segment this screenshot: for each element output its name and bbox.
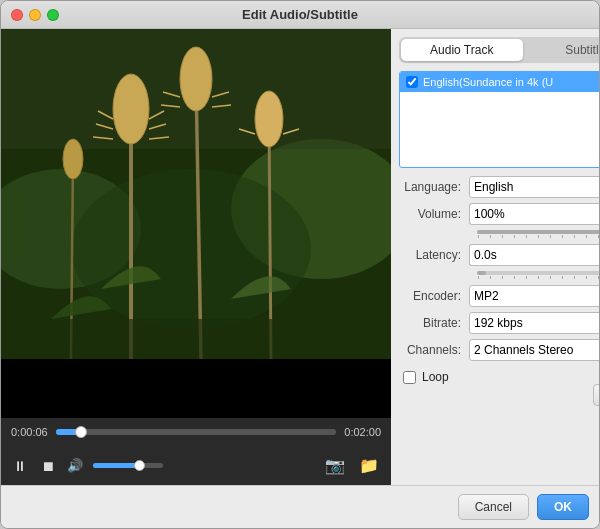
pause-icon: ⏸ — [13, 458, 27, 474]
current-time: 0:00:06 — [11, 426, 48, 438]
channels-select[interactable]: 2 Channels Stereo 1 Channel Mono 5.1 Cha… — [469, 339, 599, 361]
encoder-select[interactable]: MP2 AAC MP3 — [469, 285, 599, 307]
bitrate-label: Bitrate: — [399, 316, 469, 330]
camera-icon: 📷 — [325, 457, 345, 474]
window-controls — [11, 9, 59, 21]
latency-row: Latency: ▲ ▼ — [399, 244, 599, 266]
track-list-container: English(Sundance in 4k (U + ✕ ▲ ▼ — [399, 71, 599, 168]
titlebar: Edit Audio/Subtitle — [1, 1, 599, 29]
volume-ticks — [477, 235, 599, 238]
minimize-button[interactable] — [29, 9, 41, 21]
svg-point-14 — [180, 47, 212, 111]
folder-button[interactable]: 📁 — [357, 454, 381, 477]
stop-icon: ⏹ — [41, 458, 55, 474]
loop-row: Loop — [403, 370, 599, 384]
ok-button[interactable]: OK — [537, 494, 589, 520]
cancel-button[interactable]: Cancel — [458, 494, 529, 520]
latency-slider-row — [477, 271, 599, 279]
stop-button[interactable]: ⏹ — [39, 456, 57, 476]
language-select[interactable]: English French Spanish German — [469, 176, 599, 198]
bottom-bar: Cancel OK — [1, 485, 599, 528]
main-content: 0:00:06 0:02:00 ⏸ ⏹ 🔊 — [1, 29, 599, 485]
language-label: Language: — [399, 180, 469, 194]
latency-label: Latency: — [399, 248, 469, 262]
video-preview — [1, 29, 391, 418]
volume-input[interactable] — [469, 203, 599, 225]
playback-controls: ⏸ ⏹ 🔊 📷 📁 — [1, 448, 391, 485]
svg-point-20 — [255, 91, 283, 147]
track-list[interactable]: English(Sundance in 4k (U — [399, 71, 599, 168]
volume-slider-row — [477, 230, 599, 238]
folder-icon: 📁 — [359, 457, 379, 474]
language-row: Language: English French Spanish German — [399, 176, 599, 198]
channels-row: Channels: 2 Channels Stereo 1 Channel Mo… — [399, 339, 599, 361]
progress-track[interactable] — [56, 429, 337, 435]
volume-row: Volume: ▲ ▼ — [399, 203, 599, 225]
list-item[interactable]: English(Sundance in 4k (U — [400, 72, 599, 92]
latency-track-slider[interactable] — [477, 271, 599, 275]
progress-area: 0:00:06 0:02:00 — [1, 418, 391, 448]
maximize-button[interactable] — [47, 9, 59, 21]
right-panel: Audio Track Subtitle English(Sundance in… — [391, 29, 599, 485]
volume-spinbox: ▲ ▼ — [469, 203, 599, 225]
latency-input[interactable] — [469, 244, 599, 266]
screenshot-button[interactable]: 📷 — [323, 454, 347, 477]
svg-rect-25 — [1, 319, 391, 359]
volume-thumb[interactable] — [134, 460, 145, 471]
loop-checkbox[interactable] — [403, 371, 416, 384]
tab-subtitle[interactable]: Subtitle — [525, 39, 600, 61]
video-frame — [1, 29, 391, 359]
encoder-control: MP2 AAC MP3 — [469, 285, 599, 307]
loop-label: Loop — [422, 370, 449, 384]
volume-icon: 🔊 — [67, 458, 83, 473]
volume-track-slider[interactable] — [477, 230, 599, 234]
svg-point-6 — [113, 74, 149, 144]
progress-thumb[interactable] — [75, 426, 87, 438]
bitrate-select[interactable]: 192 kbps 128 kbps 256 kbps 320 kbps — [469, 312, 599, 334]
main-window: Edit Audio/Subtitle — [0, 0, 600, 529]
latency-ticks — [477, 276, 599, 279]
volume-fill — [93, 463, 139, 468]
volume-label: Volume: — [399, 207, 469, 221]
track-checkbox[interactable] — [406, 76, 418, 88]
svg-point-24 — [63, 139, 83, 179]
volume-track-fill — [477, 230, 599, 234]
reset-row: Reset — [399, 384, 599, 412]
latency-track-fill — [477, 271, 486, 275]
volume-slider[interactable] — [93, 463, 163, 468]
channels-label: Channels: — [399, 343, 469, 357]
tab-audio-track[interactable]: Audio Track — [401, 39, 523, 61]
encoder-label: Encoder: — [399, 289, 469, 303]
reset-button[interactable]: Reset — [593, 384, 599, 406]
timeline-row[interactable]: 0:00:06 0:02:00 — [11, 426, 381, 438]
channels-control: 2 Channels Stereo 1 Channel Mono 5.1 Cha… — [469, 339, 599, 361]
window-title: Edit Audio/Subtitle — [242, 7, 358, 22]
total-time: 0:02:00 — [344, 426, 381, 438]
video-panel: 0:00:06 0:02:00 ⏸ ⏹ 🔊 — [1, 29, 391, 485]
language-control: English French Spanish German — [469, 176, 599, 198]
encoder-row: Encoder: MP2 AAC MP3 — [399, 285, 599, 307]
pause-button[interactable]: ⏸ — [11, 456, 29, 476]
bitrate-row: Bitrate: 192 kbps 128 kbps 256 kbps 320 … — [399, 312, 599, 334]
tab-bar: Audio Track Subtitle — [399, 37, 599, 63]
close-button[interactable] — [11, 9, 23, 21]
bitrate-control: 192 kbps 128 kbps 256 kbps 320 kbps — [469, 312, 599, 334]
track-label: English(Sundance in 4k (U — [423, 76, 553, 88]
latency-spinbox: ▲ ▼ — [469, 244, 599, 266]
